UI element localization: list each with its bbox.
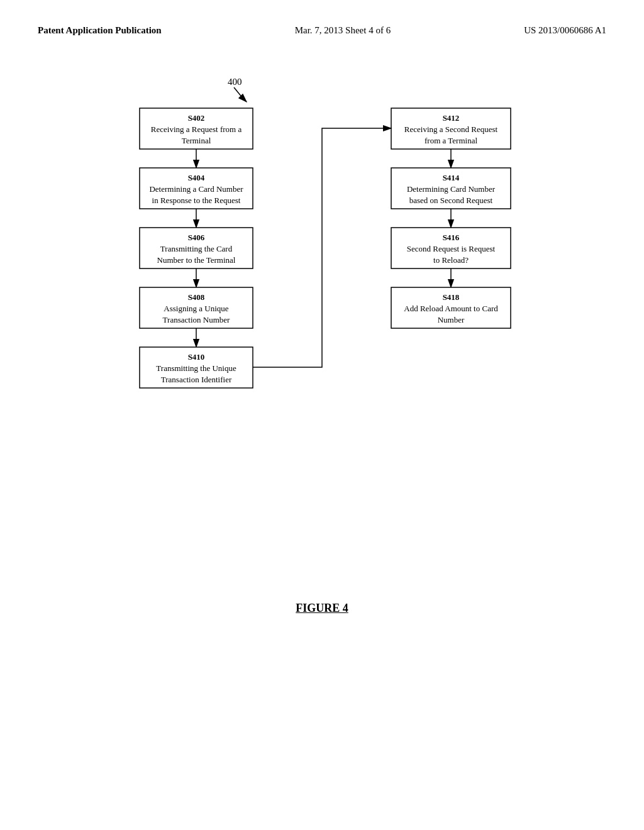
figure-caption: FIGURE 4 <box>38 602 606 615</box>
s412-text1: Receiving a Second Request <box>404 124 498 134</box>
connector-s410-s412 <box>253 128 391 367</box>
s410-label: S410 <box>188 352 205 362</box>
s406-text1: Transmitting the Card <box>160 244 233 253</box>
header-left: Patent Application Publication <box>38 25 162 36</box>
s414-text1: Determining Card Number <box>407 184 496 194</box>
page-header: Patent Application Publication Mar. 7, 2… <box>38 25 606 36</box>
header-right: US 2013/0060686 A1 <box>524 25 606 36</box>
s408-text2: Transaction Number <box>163 315 230 324</box>
s416-label: S416 <box>443 233 460 242</box>
s402-text2: Terminal <box>182 136 211 145</box>
flowchart-svg: 400 S402 Receiving a Request from a Term… <box>102 74 542 551</box>
page: Patent Application Publication Mar. 7, 2… <box>0 0 644 830</box>
s408-text1: Assigning a Unique <box>164 304 229 313</box>
s410-text2: Transaction Identifier <box>161 375 232 384</box>
s408-label: S408 <box>188 292 205 302</box>
s418-text2: Number <box>438 315 465 324</box>
s418-text1: Add Reload Amount to Card <box>404 304 498 313</box>
diagram-label: 400 <box>228 77 242 87</box>
s406-label: S406 <box>188 233 205 242</box>
label-arrow <box>234 87 247 102</box>
s412-text2: from a Terminal <box>425 136 477 145</box>
s404-text1: Determining a Card Number <box>149 184 243 194</box>
s414-label: S414 <box>443 173 460 182</box>
s418-label: S418 <box>443 292 460 302</box>
s414-text2: based on Second Request <box>409 196 493 205</box>
s402-text1: Receiving a Request from a <box>151 124 242 134</box>
s416-text1: Second Request is Request <box>407 244 496 253</box>
s406-text2: Number to the Terminal <box>157 255 236 265</box>
s410-text1: Transmitting the Unique <box>156 363 236 373</box>
s404-text2: in Response to the Request <box>152 196 241 205</box>
s402-label: S402 <box>188 113 205 123</box>
s404-label: S404 <box>188 173 205 182</box>
s416-text2: to Reload? <box>433 255 469 265</box>
s412-label: S412 <box>443 113 460 123</box>
diagram-area: 400 S402 Receiving a Request from a Term… <box>38 74 606 551</box>
header-center: Mar. 7, 2013 Sheet 4 of 6 <box>295 25 391 36</box>
